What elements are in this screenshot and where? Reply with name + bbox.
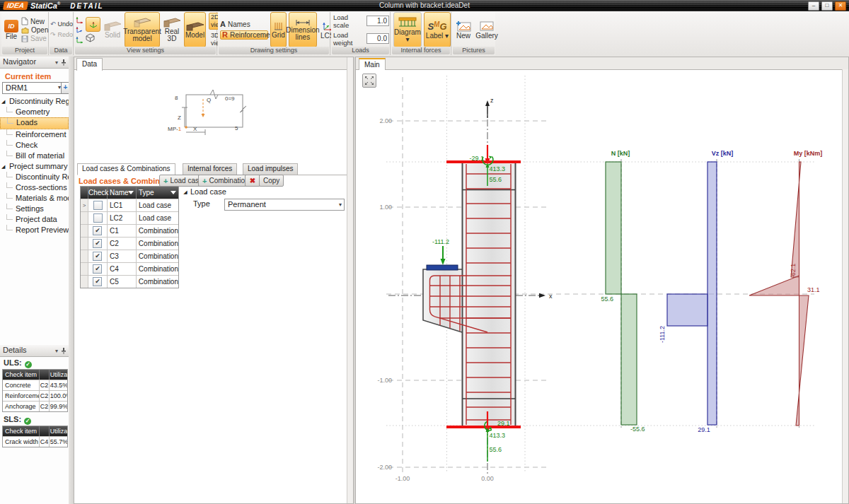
current-item-dropdown[interactable]: DRM1 ▾	[2, 82, 63, 94]
model-view-button[interactable]: Model	[184, 12, 206, 47]
checkbox-c3[interactable]: ✔	[93, 252, 102, 261]
sidebar-item-project-data[interactable]: Project data	[0, 214, 69, 225]
details-header[interactable]: Details ▾	[0, 345, 69, 357]
dimension-lines-toggle[interactable]: Dimension lines	[289, 12, 317, 47]
navigator-header[interactable]: Navigator ▾	[0, 57, 69, 69]
row-selector[interactable]	[81, 212, 88, 224]
new-picture-icon	[456, 20, 471, 32]
sidebar-item-settings[interactable]: Settings	[0, 204, 69, 214]
axes-xy-icon[interactable]	[76, 16, 84, 24]
checkbox-c5[interactable]: ✔	[93, 277, 102, 286]
real-3d-button[interactable]: Real 3D	[161, 12, 183, 47]
row-selector[interactable]	[81, 263, 88, 275]
data-panel-scrollbar[interactable]	[347, 57, 353, 503]
tab-internal-forces[interactable]: Internal forces	[183, 163, 237, 175]
row-selector[interactable]	[81, 276, 88, 288]
axes-yz-icon[interactable]	[76, 35, 84, 44]
table-row-c2[interactable]: ✔C2Combination	[81, 237, 178, 250]
sidebar-item-report-preview-print[interactable]: Report Preview/Print	[0, 225, 69, 235]
checkbox-c2[interactable]: ✔	[93, 239, 102, 248]
tree-section-0[interactable]: ◢Discontinuity Region	[0, 96, 69, 107]
panel-splitter[interactable]	[69, 57, 74, 504]
axes-xz-icon[interactable]	[76, 25, 84, 34]
isometric-cube-icon[interactable]	[86, 33, 95, 42]
table-row[interactable]: AnchorageC299.9%	[3, 401, 67, 411]
column[interactable]	[462, 162, 516, 427]
axes-view-selected-button[interactable]	[86, 17, 100, 32]
tab-load-cases-combinations[interactable]: Load cases & Combinations	[77, 163, 175, 175]
new-button[interactable]: New	[21, 17, 48, 25]
sidebar-item-loads[interactable]: Loads	[0, 117, 69, 129]
table-row-c1[interactable]: ✔C1Combination	[81, 224, 178, 237]
col-type[interactable]: Type	[137, 187, 178, 199]
copy-button[interactable]: Copy	[259, 175, 284, 187]
pin-icon[interactable]	[61, 59, 67, 66]
checkbox-lc2[interactable]	[93, 213, 103, 223]
load-scale-input[interactable]: 1.0	[366, 16, 389, 26]
check-item-combo: C2	[39, 391, 49, 401]
load-weight-input[interactable]: 0.0	[366, 33, 389, 44]
maximize-button[interactable]: □	[821, 1, 833, 11]
checkbox-lc1[interactable]	[93, 201, 103, 210]
navigator-tree: ◢Discontinuity RegionGeometryLoadsReinfo…	[0, 96, 69, 235]
table-row-lc2[interactable]: LC2Load case	[81, 211, 178, 224]
new-picture-button[interactable]: New	[454, 12, 473, 47]
main-view-scrollbar[interactable]	[842, 69, 848, 503]
filter-icon[interactable]	[128, 191, 134, 194]
tab-load-impulses[interactable]: Load impulses	[243, 163, 298, 175]
table-row-c5[interactable]: ✔C5Combination	[81, 275, 178, 288]
minimize-button[interactable]: –	[808, 1, 819, 11]
label-button[interactable]: SMG Label ▾	[424, 12, 451, 47]
gallery-button[interactable]: Gallery	[475, 12, 498, 47]
names-toggle[interactable]: A Names	[220, 20, 268, 28]
tab-main[interactable]: Main	[359, 58, 386, 70]
table-row-lc1[interactable]: >LC1Load case	[81, 199, 178, 211]
grid-toggle[interactable]: Grid	[270, 12, 287, 47]
table-row-c4[interactable]: ✔C4Combination	[81, 262, 178, 275]
tree-section-1[interactable]: ◢Project summary	[0, 161, 69, 172]
svg-text:z: z	[490, 97, 494, 104]
file-button[interactable]: ID File	[3, 13, 20, 47]
transparent-model-button[interactable]: Transparent model	[125, 12, 160, 47]
row-selector[interactable]: >	[81, 199, 88, 211]
sidebar-item-bill-of-material[interactable]: Bill of material	[0, 151, 69, 161]
sidebar-item-discontinuity-region[interactable]: Discontinuity Region	[0, 172, 69, 182]
load-case-type-dropdown[interactable]: Permanent ▾	[224, 199, 345, 211]
reinforcement-toggle[interactable]: R Reinforcement	[220, 30, 268, 40]
sidebar-item-materials-models[interactable]: Materials & models	[0, 193, 69, 204]
col-name[interactable]: Name	[108, 187, 137, 199]
sidebar-item-cross-sections[interactable]: Cross-sections	[0, 182, 69, 193]
pin-icon[interactable]	[61, 347, 67, 354]
row-selector[interactable]	[81, 250, 88, 262]
ribbon-group-internal-forces: Diagram ▾ SMG Label ▾ Internal forces	[391, 12, 451, 55]
table-row[interactable]: ConcreteC243.5%	[3, 380, 67, 390]
checkbox-c4[interactable]: ✔	[93, 264, 102, 274]
table-row[interactable]: Crack widthC455.7%	[3, 436, 67, 447]
table-row-c3[interactable]: ✔C3Combination	[81, 250, 178, 262]
diagram-button[interactable]: Diagram ▾	[393, 12, 422, 47]
undo-button[interactable]: ↶ Undo	[50, 20, 73, 28]
checkbox-c1[interactable]: ✔	[93, 226, 102, 235]
save-button[interactable]: Save	[21, 35, 48, 42]
row-selector[interactable]	[81, 238, 88, 250]
property-group-header[interactable]: ◢ Load case	[180, 186, 345, 198]
chevron-down-icon[interactable]: ▾	[55, 57, 58, 68]
check-item-combo: C2	[39, 380, 49, 390]
solid-view-button[interactable]: Solid	[102, 12, 123, 47]
delete-button[interactable]: ✖	[245, 175, 260, 187]
new-document-icon	[21, 17, 28, 25]
sidebar-item-check[interactable]: Check	[0, 140, 69, 151]
sidebar-item-reinforcement[interactable]: Reinforcement	[0, 129, 69, 140]
chevron-down-icon[interactable]: ▾	[55, 346, 58, 356]
tab-data[interactable]: Data	[76, 58, 103, 71]
sidebar-item-geometry[interactable]: Geometry	[0, 107, 69, 117]
svg-text:-55.6: -55.6	[630, 426, 645, 433]
table-row[interactable]: ReinforcementC2100.0%	[3, 390, 67, 401]
structure-canvas[interactable]: 2.00 1.00 -1.00 -2.00 -1.00 0.00 z x	[356, 69, 843, 504]
sketch-x-dim: X	[193, 126, 197, 132]
open-button[interactable]: Open	[21, 26, 48, 34]
redo-button[interactable]: ↷ Redo	[50, 31, 73, 39]
row-selector[interactable]	[81, 225, 88, 237]
close-button[interactable]: ✕	[835, 1, 846, 11]
filter-icon[interactable]	[171, 191, 176, 194]
